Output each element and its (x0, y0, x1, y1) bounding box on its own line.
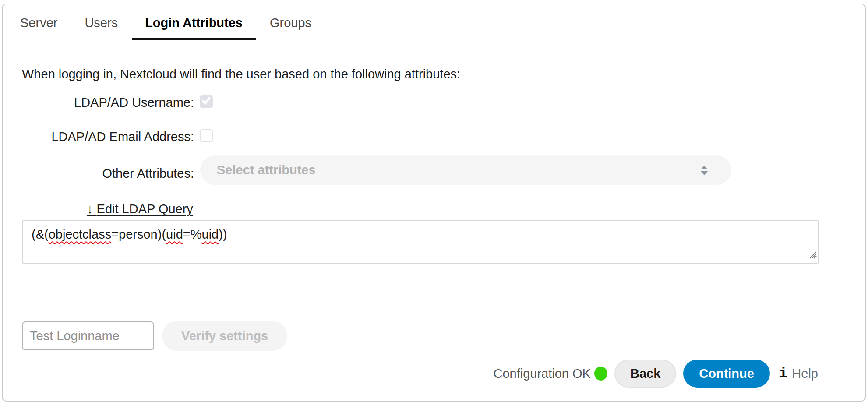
continue-button[interactable]: Continue (683, 360, 770, 388)
select-placeholder: Select attributes (217, 163, 316, 177)
email-attribute-label: LDAP/AD Email Address: (3, 129, 194, 144)
edit-ldap-query-label: Edit LDAP Query (97, 202, 193, 216)
verify-settings-button[interactable]: Verify settings (162, 321, 287, 351)
help-link[interactable]: Help (792, 367, 818, 381)
ldap-wizard-panel: Server Users Login Attributes Groups Whe… (2, 4, 866, 402)
username-attribute-checkbox[interactable] (200, 95, 213, 108)
tab-login-attributes[interactable]: Login Attributes (132, 11, 256, 40)
status-ok-led-icon (594, 367, 607, 381)
tab-server[interactable]: Server (7, 11, 71, 40)
edit-ldap-query-link[interactable]: ↓ Edit LDAP Query (87, 202, 193, 216)
configuration-status-text: Configuration OK (493, 367, 590, 381)
info-icon: i (779, 365, 787, 382)
intro-text: When logging in, Nextcloud will find the… (22, 67, 460, 81)
other-attributes-label: Other Attributes: (3, 166, 194, 181)
email-attribute-checkbox[interactable] (200, 129, 213, 142)
resize-grip-icon[interactable] (807, 247, 817, 262)
other-attributes-select[interactable]: Select attributes (200, 155, 731, 185)
test-loginname-input[interactable] (22, 321, 154, 350)
checkmark-icon (201, 96, 211, 107)
wizard-footer: Configuration OK Back Continue i Help (493, 359, 818, 388)
select-updown-icon (701, 166, 708, 175)
tab-groups[interactable]: Groups (257, 11, 325, 40)
username-attribute-label: LDAP/AD Username: (3, 95, 194, 110)
ldap-query-textarea[interactable]: (&(objectclass=person)(uid=%uid)) (22, 220, 819, 264)
down-arrow-icon: ↓ (87, 202, 93, 216)
tab-users[interactable]: Users (71, 11, 131, 40)
tab-bar: Server Users Login Attributes Groups (7, 11, 325, 40)
back-button[interactable]: Back (614, 360, 676, 388)
ldap-query-text: (&(objectclass=person)(uid=%uid)) (32, 227, 809, 242)
